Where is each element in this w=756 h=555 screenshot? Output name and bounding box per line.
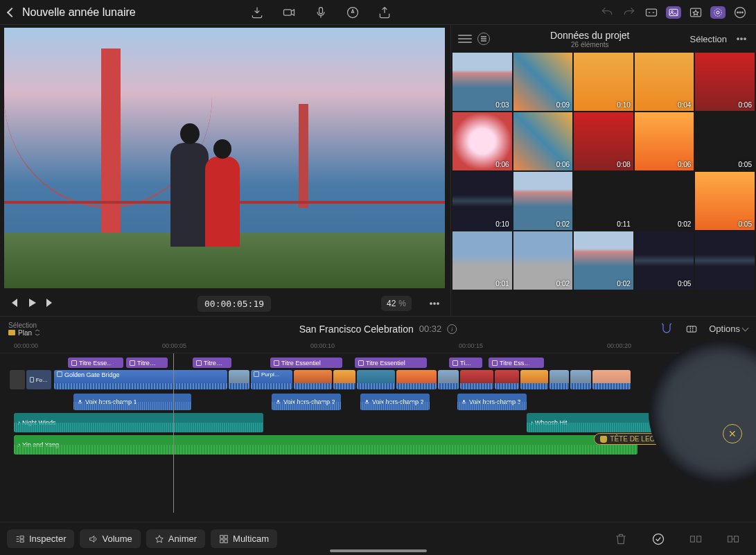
media-thumb[interactable]: 0:10 (574, 53, 633, 111)
browser-more-icon[interactable] (734, 33, 749, 45)
voiceover-clip[interactable]: Voix hors-champ 2 (272, 394, 341, 410)
split-icon[interactable] (687, 530, 705, 548)
volume-button[interactable]: Volume (80, 529, 140, 548)
video-clip[interactable] (550, 370, 569, 389)
multicam-button[interactable]: Multicam (211, 529, 277, 548)
jog-close-button[interactable]: ✕ (723, 424, 742, 443)
sidebar-toggle-icon[interactable] (458, 33, 472, 44)
svg-rect-29 (691, 536, 695, 541)
video-clip[interactable] (294, 370, 332, 389)
media-thumb[interactable]: 0:04 (635, 53, 694, 111)
svg-rect-26 (220, 539, 223, 542)
prev-icon[interactable] (8, 297, 19, 310)
redo-icon[interactable] (622, 6, 637, 19)
media-thumb[interactable]: 0:05 (635, 231, 694, 290)
video-clip-main[interactable]: Golden Gate Bridge (54, 370, 227, 389)
picture-icon[interactable] (666, 6, 681, 19)
magnetic-icon[interactable] (659, 323, 674, 335)
video-clip[interactable] (396, 370, 437, 389)
media-thumb[interactable]: 0:02 (513, 172, 573, 230)
video-clip[interactable] (495, 370, 519, 389)
info-icon[interactable]: i (447, 324, 457, 334)
title-clip[interactable]: Titre Essentiel (270, 358, 342, 368)
title-clip[interactable]: Titre Esse… (68, 358, 123, 368)
disabled-clip[interactable] (10, 370, 25, 389)
viewer-more-icon[interactable] (427, 297, 442, 310)
browser-select-button[interactable]: Sélection (690, 34, 727, 44)
thumb-duration: 0:02 (556, 220, 570, 228)
background-icon[interactable] (710, 6, 726, 19)
media-thumb[interactable]: 0:02 (635, 172, 694, 230)
video-clip[interactable] (438, 370, 459, 389)
marker-icon[interactable] (345, 6, 360, 19)
zoom-display[interactable]: 42 % (381, 296, 412, 311)
title-clip[interactable]: Ti… (449, 358, 482, 368)
video-clip[interactable] (333, 370, 355, 389)
media-thumb[interactable]: 0:02 (513, 231, 573, 290)
music-clip[interactable]: ♪ Yin and Yang (14, 435, 638, 455)
effects-icon[interactable] (688, 6, 703, 19)
video-clip[interactable] (592, 370, 631, 389)
back-button[interactable]: Nouvelle année lunaire (8, 6, 136, 19)
animate-button[interactable]: Animer (146, 529, 205, 548)
media-thumb[interactable]: 0:02 (574, 231, 633, 290)
media-thumb[interactable]: 0:10 (452, 172, 512, 230)
video-clip-purple[interactable]: Purpl… (251, 370, 292, 389)
share-icon[interactable] (377, 6, 392, 19)
next-icon[interactable] (44, 297, 55, 310)
media-thumb[interactable]: 0:01 (452, 231, 512, 290)
media-thumb[interactable] (695, 231, 755, 290)
media-thumb[interactable]: 0:05 (695, 112, 755, 170)
ruler-tick: 00:00:00 (14, 342, 38, 349)
snapping-icon[interactable] (684, 323, 699, 335)
media-thumb[interactable]: 0:06 (452, 112, 512, 170)
more-icon[interactable] (732, 6, 748, 19)
shield-icon (600, 436, 607, 443)
undo-icon[interactable] (599, 6, 615, 19)
media-thumb[interactable]: 0:08 (574, 112, 633, 170)
title-clip[interactable]: Titre Essentiel (355, 358, 427, 368)
import-icon[interactable] (249, 6, 265, 19)
sfx-clip[interactable]: ♪ Night Winds (14, 413, 263, 432)
play-icon[interactable] (26, 297, 37, 310)
media-thumb[interactable]: 0:05 (695, 172, 755, 230)
voiceover-clip[interactable]: Voix hors-champ 3 (457, 394, 527, 410)
playhead[interactable] (173, 353, 174, 513)
video-clip[interactable] (520, 370, 548, 389)
home-indicator[interactable] (330, 549, 427, 552)
timeline-ruler[interactable]: 00:00:0000:00:0500:00:1000:00:1500:00:20 (0, 341, 756, 353)
thumb-duration: 0:09 (556, 101, 570, 109)
media-thumb[interactable]: 0:06 (635, 112, 694, 170)
timeline-body[interactable]: Titre Esse…Titre…Titre…Titre EssentielTi… (0, 353, 756, 513)
title-clip[interactable]: Titre Ess… (489, 358, 544, 368)
viewer-canvas[interactable] (4, 28, 445, 288)
filter-icon[interactable] (477, 33, 490, 45)
captions-icon[interactable] (644, 6, 659, 19)
media-thumb[interactable]: 0:03 (452, 53, 512, 111)
svg-rect-22 (366, 400, 367, 403)
plan-selector[interactable]: Plan (8, 329, 40, 337)
title-clip[interactable]: Titre… (126, 358, 168, 368)
browser-title: Données du projet (550, 30, 629, 41)
timeline-name: San Francisco Celebration (299, 324, 414, 335)
arrange-icon[interactable] (724, 530, 742, 548)
fo-clip[interactable]: Fo… (26, 370, 51, 389)
video-clip[interactable] (229, 370, 249, 389)
mic-icon[interactable] (313, 6, 328, 19)
video-clip[interactable] (570, 370, 591, 389)
video-clip[interactable] (357, 370, 395, 389)
trash-icon[interactable] (612, 530, 630, 548)
video-clip[interactable] (460, 370, 493, 389)
voiceover-clip[interactable]: Voix hors-champ 2 (360, 394, 430, 410)
options-button[interactable]: Options (709, 324, 748, 334)
ruler-tick: 00:00:10 (310, 342, 335, 349)
media-thumb[interactable]: 0:09 (513, 53, 573, 111)
title-clip[interactable]: Titre… (193, 358, 231, 368)
media-thumb[interactable]: 0:06 (695, 53, 755, 111)
inspect-button[interactable]: Inspecter (7, 529, 74, 548)
media-thumb[interactable]: 0:11 (574, 172, 633, 230)
camera-icon[interactable] (281, 6, 297, 19)
checkmark-icon[interactable] (649, 530, 667, 548)
media-thumb[interactable]: 0:06 (513, 112, 573, 170)
timecode-display[interactable]: 00:00:05:19 (197, 296, 271, 312)
